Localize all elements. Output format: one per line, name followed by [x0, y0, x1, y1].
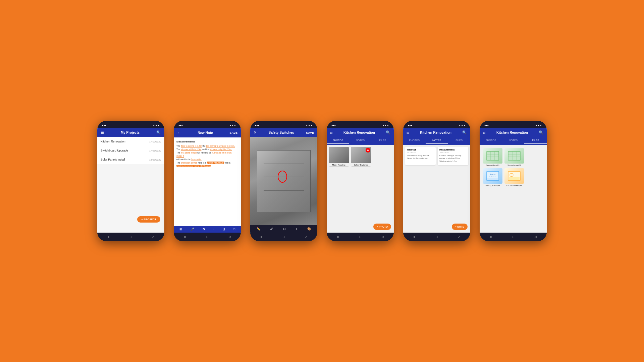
photo-editor-area[interactable] — [250, 137, 317, 225]
search-icon-1[interactable]: 🔍 — [156, 130, 161, 135]
photo-thumb-meter[interactable]: Meter Reading — [329, 147, 349, 167]
phone6-tabs: PHOTOS NOTES FILES — [480, 137, 547, 145]
palette-tool-icon[interactable]: 🎨 — [307, 227, 311, 231]
text-tool-icon[interactable]: T — [296, 227, 298, 231]
underline-tool-icon[interactable]: U — [223, 228, 225, 231]
phone5-screen: ⊞ Kitchen Renovation 🔍 PHOTOS NOTES FILE… — [403, 128, 470, 233]
phone1-notch-bar: ●●● ▲▲▲ — [97, 121, 164, 128]
search-icon-6[interactable]: 🔍 — [539, 130, 543, 135]
meter-thumb-img — [329, 147, 349, 163]
nav-back-btn-6[interactable]: ◁ — [533, 235, 538, 239]
phone5-tabs: PHOTOS NOTES FILES — [403, 137, 470, 145]
phone3-notch-bar: ●●● ▲▲▲ — [250, 121, 317, 128]
tab-photos-4[interactable]: PHOTOS — [327, 137, 349, 144]
add-note-button[interactable]: + NOTE — [452, 224, 468, 230]
nav-back-btn-2[interactable]: ◁ — [227, 235, 232, 239]
phone3-header: ✕ Safety Switches SAVE — [250, 128, 317, 137]
nav-back-btn-4[interactable]: ◁ — [380, 235, 385, 239]
nav-menu-btn-6[interactable]: ≡ — [488, 235, 493, 239]
grid-icon-6[interactable]: ⊞ — [483, 131, 486, 134]
status-time-4: ●●● — [331, 124, 336, 126]
search-icon-5[interactable]: 🔍 — [462, 130, 467, 135]
nav-back-btn-1[interactable]: ◁ — [151, 235, 156, 239]
status-time-3: ●●● — [255, 124, 259, 126]
tab-notes-4[interactable]: NOTES — [349, 137, 372, 144]
add-project-button[interactable]: + PROJECT — [137, 216, 160, 223]
tab-notes-6[interactable]: NOTES — [502, 137, 525, 144]
phone3-title: Safety Switches — [269, 131, 294, 134]
search-icon-4[interactable]: 🔍 — [386, 130, 390, 135]
phone3-body: ●●● ▲▲▲ ✕ Safety Switches SAVE — [250, 121, 317, 241]
add-photo-button[interactable]: + PHOTO — [373, 224, 391, 230]
tab-photos-5[interactable]: PHOTOS — [403, 137, 426, 144]
nav-home-btn-4[interactable]: □ — [358, 235, 363, 239]
save-button-2[interactable]: SAVE — [229, 131, 237, 134]
note-title: Measurements — [176, 140, 238, 143]
photo-toolbar: ✏️ 🖊 ⊡ T 🎨 — [250, 225, 317, 233]
pencil-tool-icon[interactable]: ✏️ — [257, 227, 260, 231]
status-time-6: ●●● — [484, 124, 489, 126]
project-date-1: 17/09/2020 — [149, 149, 161, 152]
status-icons-6: ▲▲▲ — [535, 124, 542, 126]
nav-back-btn-5[interactable]: ◁ — [457, 235, 462, 239]
nav-back-btn-3[interactable]: ◁ — [304, 235, 309, 239]
nav-menu-btn-4[interactable]: ≡ — [335, 235, 340, 239]
projects-list: Kitchen Renovation 17/10/2020 Switchboar… — [97, 137, 164, 233]
note-content[interactable]: Measurements The floor to ceiling is 4.5… — [174, 137, 241, 226]
phones-container: ●●● ▲▲▲ ☰ My Projects 🔍 Kitchen Renovati… — [97, 121, 547, 241]
tab-files-5[interactable]: FILES — [448, 137, 470, 144]
nav-home-btn-3[interactable]: □ — [281, 235, 286, 239]
back-arrow-2[interactable]: ← — [177, 130, 181, 135]
phone4-screen: ⊞ Kitchen Renovation 🔍 PHOTOS NOTES FILE… — [327, 128, 394, 233]
circuit-pdf-icon — [507, 171, 521, 181]
tab-files-6[interactable]: FILES — [524, 137, 547, 144]
nav-menu-btn-5[interactable]: ≡ — [412, 235, 417, 239]
photo-thumb-safety[interactable]: 0 Safety Switches — [351, 147, 371, 167]
nav-home-btn-1[interactable]: □ — [128, 235, 133, 239]
project-item-0[interactable]: Kitchen Renovation 17/10/2020 — [97, 137, 164, 146]
tab-notes-5[interactable]: NOTES — [426, 137, 448, 144]
project-name-2: Solar Panels Install — [101, 158, 125, 161]
nav-home-btn-2[interactable]: □ — [205, 235, 210, 239]
box-tool-icon[interactable]: □ — [233, 228, 235, 231]
file-name-3: CircuitBreaker.pdf — [506, 184, 522, 186]
phone1-title: My Projects — [121, 131, 140, 134]
wifi-icon-2: ▲▲▲ — [229, 124, 236, 126]
status-icons-3: ▲▲▲ — [306, 124, 313, 126]
phone2-notch — [199, 121, 216, 125]
file-item-3[interactable]: CircuitBreaker.pdf — [504, 168, 524, 186]
menu-icon-1[interactable]: ☰ — [101, 130, 104, 135]
italic-tool-icon[interactable]: I — [213, 228, 214, 231]
phone4-notch — [352, 121, 369, 125]
grid-tool-icon[interactable]: ⊞ — [179, 228, 182, 231]
nav-menu-btn-2[interactable]: ≡ — [182, 235, 187, 239]
nav-home-btn-5[interactable]: □ — [434, 235, 439, 239]
bold-tool-icon[interactable]: B — [203, 228, 205, 231]
nav-menu-btn-1[interactable]: ≡ — [106, 235, 111, 239]
phone5-notch-bar: ●●● ▲▲▲ — [403, 121, 470, 128]
grid-icon-4[interactable]: ⊞ — [330, 131, 333, 134]
phone5-wrapper: ●●● ▲▲▲ ⊞ Kitchen Renovation 🔍 PHOTOS NO… — [403, 121, 470, 241]
nav-home-btn-6[interactable]: □ — [511, 235, 516, 239]
project-item-1[interactable]: Switchboard Upgrade 17/09/2020 — [97, 146, 164, 155]
note-card-measurements[interactable]: Measurements 18/10/2020 Floor to ceiling… — [438, 147, 468, 165]
phone1-header: ☰ My Projects 🔍 — [97, 128, 164, 137]
project-name-0: Kitchen Renovation — [101, 140, 125, 143]
file-item-2[interactable]: Energy in Australia Wiring_rules.pdf — [483, 168, 502, 186]
meter-label: Meter Reading — [329, 163, 349, 167]
project-item-2[interactable]: Solar Panels Install 14/08/2020 — [97, 155, 164, 164]
close-icon-3[interactable]: ✕ — [254, 130, 257, 135]
save-button-3[interactable]: SAVE — [306, 131, 314, 134]
file-item-0[interactable]: Spreadsheet01 — [483, 148, 502, 166]
marker-tool-icon[interactable]: 🖊 — [270, 227, 273, 231]
nav-menu-btn-3[interactable]: ≡ — [259, 235, 264, 239]
grid-icon-5[interactable]: ⊞ — [407, 131, 409, 134]
crop-tool-icon[interactable]: ⊡ — [283, 227, 286, 231]
note-card-title-1: Measurements — [439, 148, 467, 151]
tab-photos-6[interactable]: PHOTOS — [480, 137, 502, 144]
file-item-1[interactable]: Spreadsheet02 — [504, 148, 524, 166]
note-card-materials[interactable]: Materials 18/10/2020 We need to bring a … — [405, 147, 436, 165]
tab-files-4[interactable]: FILES — [371, 137, 394, 144]
wifi-icon-3: ▲▲▲ — [306, 124, 313, 126]
mic-tool-icon[interactable]: 🎤 — [191, 228, 194, 231]
